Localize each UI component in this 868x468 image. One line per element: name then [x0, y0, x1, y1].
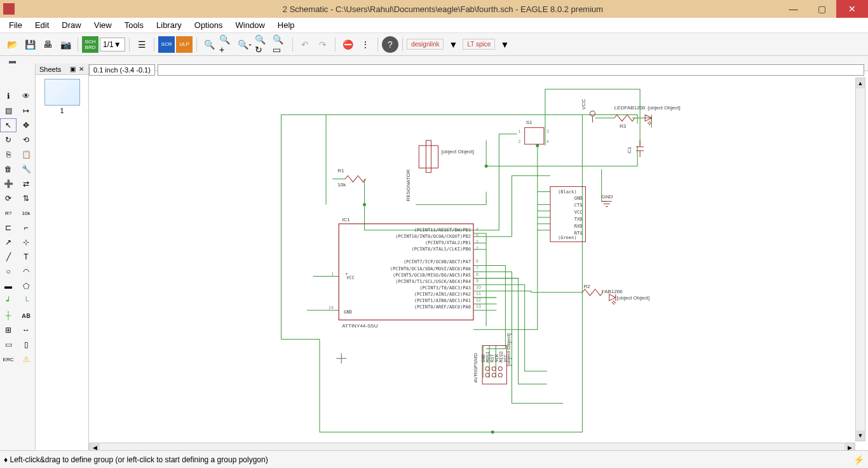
name-icon[interactable]: R? [0, 206, 17, 220]
invoke-icon[interactable]: ⊹ [18, 235, 34, 249]
zoom-redraw-icon[interactable]: 🔍↻ [254, 36, 271, 53]
polygon-icon[interactable]: ⬠ [18, 279, 34, 293]
text-icon[interactable]: T [18, 250, 34, 264]
menu-tools[interactable]: Tools [118, 18, 150, 32]
menu-file[interactable]: File [3, 18, 29, 32]
library-icon[interactable]: ☰ [133, 36, 150, 53]
label-icon[interactable]: ᴀʙ [18, 308, 34, 322]
stop-icon[interactable]: ⛔ [339, 36, 356, 53]
change-icon[interactable]: 🔧 [18, 162, 34, 176]
zoom-in-icon[interactable]: 🔍+ [219, 36, 235, 53]
menu-options[interactable]: Options [188, 18, 229, 32]
module-icon[interactable]: ▭ [0, 338, 17, 352]
paste-icon[interactable]: 📋 [18, 148, 34, 162]
net-icon[interactable]: └ [18, 294, 34, 308]
svg-text:2: 2 [476, 246, 478, 251]
symbol-vcc: VCC [581, 99, 595, 122]
pinswap-icon[interactable]: ⇄ [18, 177, 34, 191]
status-bar: ♦ Left-click&drag to define group (or le… [0, 450, 868, 468]
close-button[interactable]: ✕ [836, 0, 868, 18]
port-icon[interactable]: ▯ [18, 338, 34, 352]
svg-text:AVRISPSMD: AVRISPSMD [473, 353, 478, 383]
erc-icon[interactable]: ERC [0, 352, 17, 366]
miter-icon[interactable]: ⌐ [18, 221, 34, 235]
rect-icon[interactable]: ▬ [0, 279, 17, 293]
sheet-selector[interactable]: 1/1▼ [100, 38, 125, 52]
split-icon[interactable]: ↗ [0, 235, 17, 249]
dimension-icon[interactable]: ↔ [18, 323, 34, 337]
go-icon[interactable]: ⋮ [357, 36, 374, 53]
svg-text:(PCINT5/OC1B/MISO/DO/ADC5)PA5: (PCINT5/OC1B/MISO/DO/ADC5)PA5 [393, 272, 471, 278]
svg-text:LEDFAB1206: LEDFAB1206 [614, 105, 646, 111]
info-icon[interactable]: ℹ [0, 89, 17, 103]
board-switch-button[interactable]: SCHBRD [82, 36, 98, 53]
print-icon[interactable]: 🖶 [39, 36, 56, 53]
errors-icon[interactable]: ⚠ [18, 352, 34, 366]
open-icon[interactable]: 📂 [4, 36, 20, 53]
menubar: File Edit Draw View Tools Library Option… [0, 18, 868, 33]
zoom-out-icon[interactable]: 🔍- [236, 36, 253, 53]
svg-rect-38 [419, 146, 438, 168]
canvas[interactable]: IC1 ATTINY44-SSU VCC GND 1 14 + (PCINT11… [89, 76, 858, 440]
minimize-button[interactable]: — [779, 0, 808, 18]
svg-rect-39 [426, 141, 431, 172]
menu-edit[interactable]: Edit [29, 18, 55, 32]
zoom-select-icon[interactable]: 🔍▭ [272, 36, 288, 53]
ulp-button[interactable]: ULP [176, 36, 193, 53]
arc-icon[interactable]: ◠ [18, 265, 34, 279]
mirror-icon[interactable]: ⟲ [18, 133, 34, 147]
ltspice-button[interactable]: LT spice [463, 39, 495, 50]
smash-icon[interactable]: ⊏ [0, 221, 17, 235]
designlink-dropdown[interactable]: ▼ [445, 36, 461, 53]
scr-button[interactable]: SCR [158, 36, 175, 53]
menu-view[interactable]: View [88, 18, 118, 32]
sheets-panel-controls[interactable]: ▣ ✕ [70, 65, 85, 72]
replace-icon[interactable]: ⟳ [0, 191, 17, 205]
wire-icon[interactable]: ╱ [0, 250, 17, 264]
svg-text:14: 14 [329, 305, 334, 310]
cam-icon[interactable]: 📷 [57, 36, 74, 53]
layer-icon[interactable]: ▤ [0, 104, 17, 118]
svg-text:[object Object]: [object Object] [617, 295, 649, 301]
value-icon[interactable]: 10k [18, 206, 34, 220]
toolbar-separator [129, 38, 130, 52]
menu-draw[interactable]: Draw [55, 18, 87, 32]
svg-text:(PCINT6/OC1A/SDA/MOSI/ADC6)PA6: (PCINT6/OC1A/SDA/MOSI/ADC6)PA6 [390, 266, 471, 272]
gateswap-icon[interactable]: ⇅ [18, 191, 34, 205]
scroll-down-icon[interactable]: ▼ [856, 430, 865, 441]
coord-bar: 0.1 inch (-3.4 -0.1) [89, 64, 864, 76]
zoom-fit-icon[interactable]: 🔍 [201, 36, 217, 53]
move-icon[interactable]: ✥ [18, 118, 34, 132]
main-area: ℹ 👁 ▤ ↦ ↖ ✥ ↻ ⟲ ⎘ 📋 🗑 🔧 ➕ ⇄ ⟳ ⇅ R? 10k ⊏… [0, 64, 868, 450]
copy-icon[interactable]: ⎘ [0, 148, 17, 162]
help-icon[interactable]: ? [382, 36, 398, 53]
sheet-thumbnail[interactable] [44, 79, 80, 106]
scroll-up-icon[interactable]: ▲ [856, 78, 865, 88]
bus-icon[interactable]: ┙ [0, 294, 17, 308]
maximize-button[interactable]: ▢ [808, 0, 836, 18]
vertical-scrollbar[interactable]: ▲ ▼ [855, 78, 865, 441]
toolbar-separator [292, 38, 293, 52]
menu-library[interactable]: Library [150, 18, 188, 32]
undo-icon[interactable]: ↶ [297, 36, 313, 53]
toolbar-separator [402, 38, 403, 52]
svg-text:GND: GND [574, 195, 583, 201]
mark-icon[interactable]: ↦ [18, 104, 34, 118]
ltspice-dropdown[interactable]: ▼ [496, 36, 513, 53]
circle-icon[interactable]: ○ [0, 265, 17, 279]
command-input[interactable] [158, 64, 864, 76]
add-icon[interactable]: ➕ [0, 177, 17, 191]
menu-window[interactable]: Window [229, 18, 271, 32]
designlink-button[interactable]: designlink [407, 39, 444, 50]
svg-text:12: 12 [476, 298, 481, 302]
coord-display[interactable]: 0.1 inch (-3.4 -0.1) [89, 64, 155, 76]
rotate-icon[interactable]: ↻ [0, 133, 17, 147]
junction-icon[interactable]: ┼ [0, 308, 17, 322]
save-icon[interactable]: 💾 [22, 36, 38, 53]
delete-icon[interactable]: 🗑 [0, 162, 17, 176]
redo-icon[interactable]: ↷ [315, 36, 331, 53]
menu-help[interactable]: Help [271, 18, 301, 32]
attribute-icon[interactable]: ⊞ [0, 323, 17, 337]
show-icon[interactable]: 👁 [18, 89, 34, 103]
select-icon[interactable]: ↖ [0, 118, 17, 132]
